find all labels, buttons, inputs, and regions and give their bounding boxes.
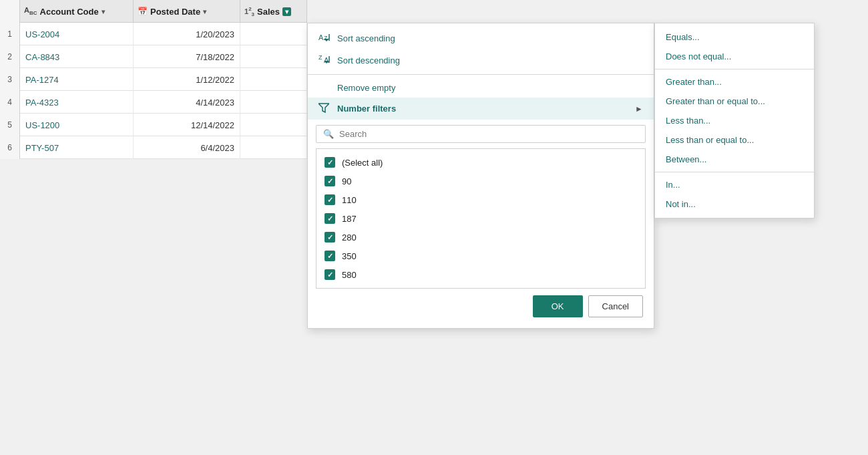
table-row: 6 PTY-507 6/4/2023 — [0, 136, 307, 159]
cell-date-5: 12/14/2022 — [134, 114, 240, 136]
submenu-less-than-equal-label: Less than or equal to... — [666, 135, 754, 145]
account-code-icon: ABC — [24, 6, 37, 16]
col-header-num — [0, 0, 20, 23]
number-filters-label: Number filters — [337, 104, 396, 114]
checkbox-item-110[interactable]: 110 — [316, 190, 645, 209]
row-num-2: 2 — [0, 45, 20, 68]
col-date-label: Posted Date — [150, 7, 200, 17]
cell-sales-3 — [240, 68, 307, 91]
checkbox-item-280[interactable]: 280 — [316, 228, 645, 247]
submenu-less-than-equal[interactable]: Less than or equal to... — [655, 130, 814, 150]
submenu-between[interactable]: Between... — [655, 150, 814, 169]
search-input[interactable] — [339, 129, 638, 139]
submenu-separator-2 — [655, 172, 814, 172]
account-dropdown-arrow[interactable]: ▾ — [101, 8, 105, 15]
checkbox-item-90[interactable]: 90 — [316, 172, 645, 190]
svg-text:Z: Z — [318, 54, 322, 61]
checkbox-280-label: 280 — [342, 233, 357, 243]
cell-account-2: CA-8843 — [20, 45, 134, 68]
table-row: 4 PA-4323 4/14/2023 — [0, 91, 307, 114]
checkbox-90-check[interactable] — [324, 176, 335, 186]
checkbox-280-check[interactable] — [324, 232, 335, 243]
cell-account-5: US-1200 — [20, 114, 134, 136]
checkbox-580-check[interactable] — [324, 269, 335, 280]
row-num-3: 3 — [0, 68, 20, 91]
col-header-date[interactable]: 📅 Posted Date ▾ — [134, 0, 240, 23]
cell-date-6: 6/4/2023 — [134, 136, 240, 159]
search-container: 🔍 — [308, 120, 654, 148]
checkbox-350-check[interactable] — [324, 251, 335, 261]
submenu-greater-than-equal[interactable]: Greater than or equal to... — [655, 92, 814, 111]
cell-sales-1 — [240, 23, 307, 45]
table-row: 2 CA-8843 7/18/2022 — [0, 45, 307, 68]
number-filters-submenu: Equals... Does not equal... Greater than… — [654, 23, 815, 218]
submenu-not-in-label: Not in... — [666, 199, 696, 209]
svg-marker-8 — [318, 104, 329, 112]
checkbox-110-label: 110 — [342, 195, 357, 205]
submenu-does-not-equal[interactable]: Does not equal... — [655, 47, 814, 66]
sort-ascending-icon: AZ — [318, 32, 331, 45]
remove-empty-item[interactable]: Remove empty — [308, 78, 654, 98]
checkbox-187-label: 187 — [342, 214, 357, 224]
col-header-account[interactable]: ABC Account Code ▾ — [20, 0, 134, 23]
cell-sales-4 — [240, 91, 307, 114]
ok-button[interactable]: OK — [533, 295, 583, 317]
checkbox-item-580[interactable]: 580 — [316, 265, 645, 284]
sort-descending-item[interactable]: ZA Sort descending — [308, 49, 654, 71]
sort-descending-icon: ZA — [318, 54, 331, 67]
submenu-less-than[interactable]: Less than... — [655, 111, 814, 130]
remove-empty-label: Remove empty — [337, 83, 395, 93]
checkbox-select-all-label: (Select all) — [342, 158, 383, 168]
submenu-separator-1 — [655, 69, 814, 69]
col-header-sales[interactable]: 123 Sales ▾ — [240, 0, 307, 23]
checkbox-select-all[interactable]: (Select all) — [316, 153, 645, 172]
sort-descending-label: Sort descending — [337, 55, 400, 65]
row-num-1: 1 — [0, 23, 20, 45]
checkbox-350-label: 350 — [342, 251, 357, 261]
separator-1 — [308, 74, 654, 75]
number-filters-item[interactable]: Number filters ► — [308, 98, 654, 120]
cell-account-3: PA-1274 — [20, 68, 134, 91]
row-num-4: 4 — [0, 91, 20, 114]
col-account-label: Account Code — [40, 7, 99, 17]
submenu-greater-than-equal-label: Greater than or equal to... — [666, 96, 765, 106]
search-icon: 🔍 — [323, 129, 334, 139]
sort-ascending-item[interactable]: AZ Sort ascending — [308, 27, 654, 49]
submenu-not-in[interactable]: Not in... — [655, 194, 814, 214]
search-box[interactable]: 🔍 — [316, 125, 646, 143]
checkbox-580-label: 580 — [342, 270, 357, 280]
remove-empty-icon — [318, 82, 331, 93]
cell-account-1: US-2004 — [20, 23, 134, 45]
submenu-greater-than[interactable]: Greater than... — [655, 72, 814, 92]
cell-date-4: 4/14/2023 — [134, 91, 240, 114]
checkbox-select-all-check[interactable] — [324, 157, 335, 168]
cell-sales-6 — [240, 136, 307, 159]
submenu-greater-than-label: Greater than... — [666, 77, 722, 87]
checkbox-item-187[interactable]: 187 — [316, 209, 645, 228]
row-num-6: 6 — [0, 136, 20, 159]
checkbox-item-350[interactable]: 350 — [316, 247, 645, 265]
submenu-in-label: In... — [666, 180, 680, 190]
cell-date-3: 1/12/2022 — [134, 68, 240, 91]
checkbox-187-check[interactable] — [324, 213, 335, 224]
sales-icon: 123 — [244, 6, 254, 17]
cell-account-6: PTY-507 — [20, 136, 134, 159]
submenu-less-than-label: Less than... — [666, 116, 710, 126]
date-dropdown-arrow[interactable]: ▾ — [203, 8, 206, 15]
table-row: 3 PA-1274 1/12/2022 — [0, 68, 307, 91]
submenu-arrow-icon: ► — [635, 104, 643, 114]
sales-dropdown-arrow[interactable]: ▾ — [282, 7, 291, 16]
submenu-equals-label: Equals... — [666, 32, 700, 42]
submenu-equals[interactable]: Equals... — [655, 27, 814, 47]
checkbox-110-check[interactable] — [324, 194, 335, 205]
cell-date-1: 1/20/2023 — [134, 23, 240, 45]
submenu-in[interactable]: In... — [655, 175, 814, 194]
cancel-button[interactable]: Cancel — [588, 295, 643, 317]
cell-date-2: 7/18/2022 — [134, 45, 240, 68]
filter-icon — [318, 102, 331, 115]
menu-footer: OK Cancel — [308, 289, 654, 324]
submenu-does-not-equal-label: Does not equal... — [666, 51, 731, 61]
sort-ascending-label: Sort ascending — [337, 33, 395, 43]
cell-sales-5 — [240, 114, 307, 136]
table-row: 1 US-2004 1/20/2023 — [0, 23, 307, 45]
